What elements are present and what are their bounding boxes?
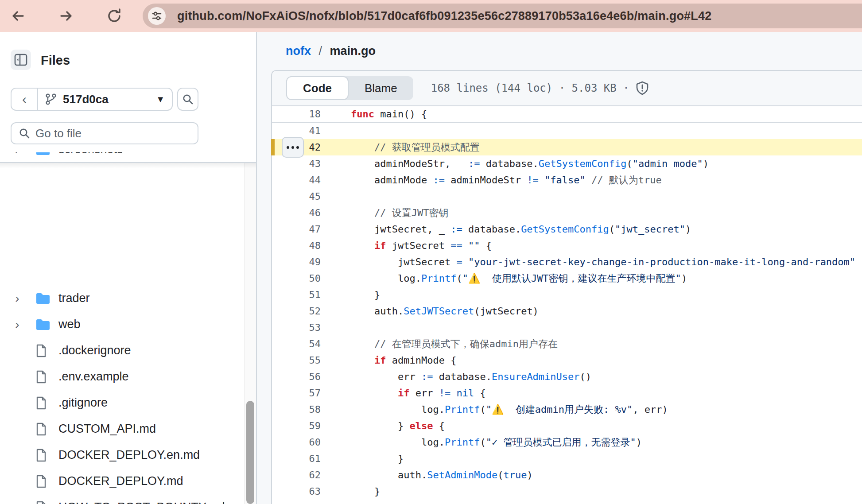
forward-button[interactable] [57, 6, 76, 26]
code-text: auth.SetJWTSecret(jwtSecret) [351, 306, 539, 317]
line-number-55[interactable]: 55 [272, 355, 321, 366]
line-number-45[interactable]: 45 [272, 191, 321, 202]
line-number-54[interactable]: 54 [272, 338, 321, 349]
line-number-63[interactable]: 63 [272, 486, 321, 497]
file-icon [35, 344, 47, 357]
tree-item-label: screenshots [58, 152, 123, 156]
code-line-62: 62 auth.SetAdminMode(true) [272, 467, 862, 483]
clipped-tree-row-window: › screenshots [0, 152, 245, 162]
code-text: jwtSecret = "your-jwt-secret-key-change-… [351, 256, 855, 268]
line-number-53[interactable]: 53 [272, 322, 321, 333]
line-number-58[interactable]: 58 [272, 404, 321, 415]
code-text: adminModeStr, _ := database.GetSystemCon… [351, 158, 709, 169]
tree-item-trader[interactable]: › trader [0, 285, 245, 311]
line-number-57[interactable]: 57 [272, 388, 321, 399]
go-to-file-input[interactable] [35, 127, 182, 140]
code-line-56: 56 err := database.EnsureAdminUser() [272, 368, 862, 385]
line-number-49[interactable]: 49 [272, 256, 321, 268]
scroll-shadow [0, 163, 256, 168]
line-number-51[interactable]: 51 [272, 289, 321, 300]
code-line-49: 49 jwtSecret = "your-jwt-secret-key-chan… [272, 254, 862, 270]
reload-button[interactable] [105, 6, 124, 26]
address-bar[interactable]: github.com/NoFxAiOS/nofx/blob/517d0caf6f… [143, 4, 862, 28]
chevron-right-icon[interactable]: › [12, 318, 23, 332]
line-number-18[interactable]: 18 [272, 109, 321, 120]
branch-name: 517d0ca [63, 93, 109, 106]
files-heading: Files [41, 53, 70, 68]
file-tree-sidebar: Files ‹ 517d0ca ▼ [0, 32, 257, 504]
github-file-page: Files ‹ 517d0ca ▼ [0, 32, 862, 504]
collapse-sidebar-button[interactable] [11, 50, 31, 70]
code-text: if adminMode { [351, 355, 456, 366]
line-actions-button[interactable] [282, 137, 304, 158]
chevron-right-icon[interactable]: › [12, 291, 23, 306]
tree-item-docker-deploy-en-md[interactable]: › DOCKER_DEPLOY.en.md [0, 442, 245, 468]
tree-back-button[interactable]: ‹ [12, 89, 38, 110]
shield-alert-icon[interactable] [636, 81, 649, 95]
chevron-right-icon[interactable]: › [12, 152, 23, 157]
tree-item-web[interactable]: › web [0, 311, 245, 337]
code-line-57: 57 if err != nil { [272, 385, 862, 401]
code-text: log.Printf("⚠️ 使用默认JWT密钥，建议在生产环境中配置") [351, 272, 687, 285]
tree-item-label: .dockerignore [58, 344, 131, 357]
line-number-43[interactable]: 43 [272, 158, 321, 169]
line-number-41[interactable]: 41 [272, 125, 321, 136]
code-line-44: 44 adminMode := adminModeStr != "false" … [272, 172, 862, 188]
sidebar-panel-icon [14, 54, 27, 66]
tab-blame[interactable]: Blame [349, 76, 413, 100]
tree-item-label: DOCKER_DEPLOY.md [58, 474, 183, 488]
code-panel-header: Code Blame 168 lines (144 loc) · 5.03 KB… [272, 71, 862, 106]
line-number-46[interactable]: 46 [272, 207, 321, 218]
file-tree: › screenshots › trader› web› .dockerigno… [0, 152, 245, 504]
code-line-54: 54 // 在管理员模式下，确保admin用户存在 [272, 336, 862, 352]
line-number-56[interactable]: 56 [272, 371, 321, 382]
code-text: auth.SetAdminMode(true) [351, 469, 533, 481]
code-line-48: 48 if jwtSecret == "" { [272, 237, 862, 254]
line-number-48[interactable]: 48 [272, 240, 321, 251]
file-icon [35, 396, 47, 410]
tree-item-label: .gitignore [58, 396, 108, 410]
line-number-61[interactable]: 61 [272, 453, 321, 464]
branch-picker-button[interactable]: 517d0ca ▼ [38, 89, 172, 110]
file-content-panel: Code Blame 168 lines (144 loc) · 5.03 KB… [271, 70, 862, 504]
line-number-44[interactable]: 44 [272, 174, 321, 186]
tree-item-how-to-post-bounty-md[interactable]: › HOW_TO_POST_BOUNTY.md [0, 494, 245, 504]
line-number-52[interactable]: 52 [272, 306, 321, 317]
sidebar-scrollbar-thumb[interactable] [246, 401, 254, 504]
back-button[interactable] [8, 6, 27, 26]
breadcrumb-repo-link[interactable]: nofx [286, 44, 311, 58]
tree-item--env-example[interactable]: › .env.example [0, 364, 245, 390]
browser-toolbar: github.com/NoFxAiOS/nofx/blob/517d0caf6f… [0, 0, 862, 32]
code-text: if err != nil { [351, 388, 486, 399]
tree-item--gitignore[interactable]: › .gitignore [0, 390, 245, 416]
tree-item-label: DOCKER_DEPLOY.en.md [58, 448, 200, 462]
line-number-59[interactable]: 59 [272, 420, 321, 431]
code-text: adminMode := adminModeStr != "false" // … [351, 174, 662, 187]
code-text: jwtSecret, _ := database.GetSystemConfig… [351, 224, 691, 235]
sidebar-scrollbar-track[interactable] [245, 163, 256, 504]
reload-icon [106, 8, 123, 24]
tree-item-custom-api-md[interactable]: › CUSTOM_API.md [0, 416, 245, 442]
code-text: log.Printf("✓ 管理员模式已启用，无需登录") [351, 436, 642, 449]
file-icon [35, 370, 47, 384]
search-this-repo-button[interactable] [177, 88, 198, 111]
code-text: if jwtSecret == "" { [351, 240, 492, 251]
code-line-43: 43 adminModeStr, _ := database.GetSystem… [272, 155, 862, 172]
line-number-50[interactable]: 50 [272, 273, 321, 284]
code-text: func main() { [351, 109, 427, 120]
file-icon [35, 423, 47, 436]
line-number-62[interactable]: 62 [272, 469, 321, 481]
tab-code[interactable]: Code [286, 76, 349, 100]
line-number-47[interactable]: 47 [272, 224, 321, 235]
url-text: github.com/NoFxAiOS/nofx/blob/517d0caf6f… [177, 9, 711, 23]
site-settings-badge[interactable] [148, 7, 166, 25]
tree-item-docker-deploy-md[interactable]: › DOCKER_DEPLOY.md [0, 468, 245, 494]
code-text: } [351, 486, 380, 497]
line-number-60[interactable]: 60 [272, 437, 321, 448]
tree-item-label: trader [58, 291, 90, 305]
tree-item--dockerignore[interactable]: › .dockerignore [0, 337, 245, 364]
breadcrumb-separator: / [315, 44, 327, 58]
tree-item-screenshots[interactable]: › screenshots [0, 152, 245, 162]
search-icon [182, 93, 194, 105]
branch-selector-group: ‹ 517d0ca ▼ [11, 88, 173, 111]
